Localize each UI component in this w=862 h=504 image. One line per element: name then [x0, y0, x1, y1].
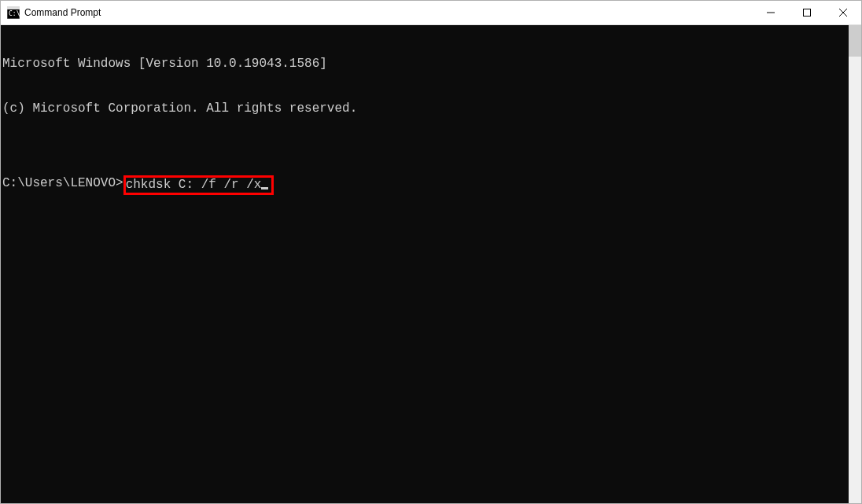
command-prompt-window: C:\ Command Prompt Microsoft Windows [Ve…: [0, 0, 862, 504]
terminal-line: Microsoft Windows [Version 10.0.19043.15…: [2, 57, 849, 72]
titlebar[interactable]: C:\ Command Prompt: [1, 1, 861, 25]
svg-rect-4: [804, 9, 811, 17]
scrollbar-thumb[interactable]: [849, 25, 861, 57]
scrollbar-track[interactable]: [849, 25, 861, 503]
prompt-line: C:\Users\LENOVO>chkdsk C: /f /r /x: [2, 176, 849, 194]
text-cursor: [261, 187, 268, 189]
command-highlight-box: chkdsk C: /f /r /x: [123, 175, 274, 195]
window-controls: [753, 1, 861, 24]
svg-rect-1: [7, 6, 20, 9]
minimize-button[interactable]: [753, 1, 789, 24]
terminal[interactable]: Microsoft Windows [Version 10.0.19043.15…: [1, 25, 849, 503]
svg-text:C:\: C:\: [9, 10, 20, 17]
close-button[interactable]: [825, 1, 861, 24]
terminal-line: (c) Microsoft Corporation. All rights re…: [2, 101, 849, 116]
prompt-text: C:\Users\LENOVO>: [2, 176, 123, 191]
window-title: Command Prompt: [24, 7, 101, 18]
command-text: chkdsk C: /f /r /x: [126, 178, 262, 192]
vertical-scrollbar[interactable]: [849, 25, 861, 503]
maximize-button[interactable]: [789, 1, 825, 24]
content-area: Microsoft Windows [Version 10.0.19043.15…: [1, 25, 861, 503]
app-icon: C:\: [7, 6, 20, 19]
